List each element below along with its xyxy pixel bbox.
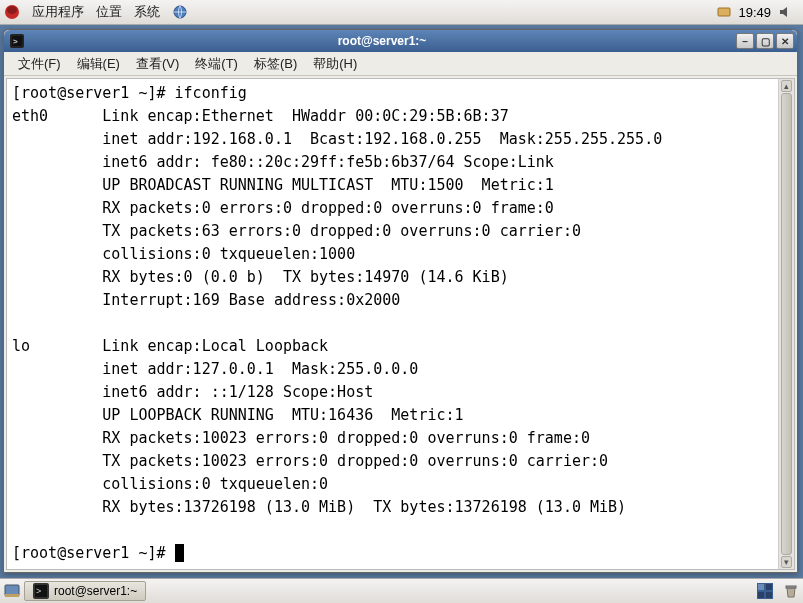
terminal-window: > root@server1:~ – ▢ ✕ 文件(F) 编辑(E) 查看(V)… bbox=[3, 29, 798, 573]
svg-rect-14 bbox=[766, 584, 772, 590]
svg-rect-8 bbox=[5, 594, 19, 597]
trash-icon[interactable] bbox=[783, 583, 799, 599]
menu-edit[interactable]: 编辑(E) bbox=[69, 55, 128, 73]
svg-rect-16 bbox=[766, 592, 772, 598]
terminal-window-icon: > bbox=[10, 34, 24, 48]
menu-places[interactable]: 位置 bbox=[90, 3, 128, 21]
svg-rect-13 bbox=[758, 584, 764, 590]
system-tray: 19:49 bbox=[716, 4, 799, 20]
terminal-output[interactable]: [root@server1 ~]# ifconfig eth0 Link enc… bbox=[7, 79, 778, 569]
scroll-up-button[interactable]: ▴ bbox=[781, 80, 792, 92]
close-button[interactable]: ✕ bbox=[776, 33, 794, 49]
terminal-task-icon: > bbox=[33, 583, 49, 599]
menu-file[interactable]: 文件(F) bbox=[10, 55, 69, 73]
scroll-down-button[interactable]: ▾ bbox=[781, 556, 792, 568]
top-panel: 应用程序 位置 系统 19:49 bbox=[0, 0, 803, 25]
scroll-thumb[interactable] bbox=[781, 93, 792, 555]
distro-icon bbox=[4, 4, 20, 20]
titlebar[interactable]: > root@server1:~ – ▢ ✕ bbox=[4, 30, 797, 52]
terminal-cursor bbox=[175, 544, 184, 562]
svg-rect-17 bbox=[786, 586, 796, 588]
menu-tabs[interactable]: 标签(B) bbox=[246, 55, 305, 73]
menu-applications[interactable]: 应用程序 bbox=[26, 3, 90, 21]
browser-launcher-icon[interactable] bbox=[172, 4, 188, 20]
clock[interactable]: 19:49 bbox=[738, 5, 771, 20]
minimize-button[interactable]: – bbox=[736, 33, 754, 49]
show-desktop-icon[interactable] bbox=[4, 583, 20, 599]
menu-terminal[interactable]: 终端(T) bbox=[187, 55, 246, 73]
menu-help[interactable]: 帮助(H) bbox=[305, 55, 365, 73]
scrollbar[interactable]: ▴ ▾ bbox=[778, 79, 794, 569]
volume-tray-icon[interactable] bbox=[777, 4, 793, 20]
svg-rect-15 bbox=[758, 592, 764, 598]
svg-rect-3 bbox=[718, 8, 730, 16]
taskbar-terminal[interactable]: > root@server1:~ bbox=[24, 581, 146, 601]
bottom-panel: > root@server1:~ bbox=[0, 578, 803, 603]
menubar: 文件(F) 编辑(E) 查看(V) 终端(T) 标签(B) 帮助(H) bbox=[4, 52, 797, 76]
maximize-button[interactable]: ▢ bbox=[756, 33, 774, 49]
window-title: root@server1:~ bbox=[28, 34, 736, 48]
svg-point-1 bbox=[7, 6, 17, 14]
update-tray-icon[interactable] bbox=[716, 4, 732, 20]
taskbar-terminal-label: root@server1:~ bbox=[54, 584, 137, 598]
svg-text:>: > bbox=[36, 586, 41, 596]
workspace-switcher-icon[interactable] bbox=[757, 583, 773, 599]
menu-system[interactable]: 系统 bbox=[128, 3, 166, 21]
menu-view[interactable]: 查看(V) bbox=[128, 55, 187, 73]
svg-text:>: > bbox=[13, 37, 18, 46]
